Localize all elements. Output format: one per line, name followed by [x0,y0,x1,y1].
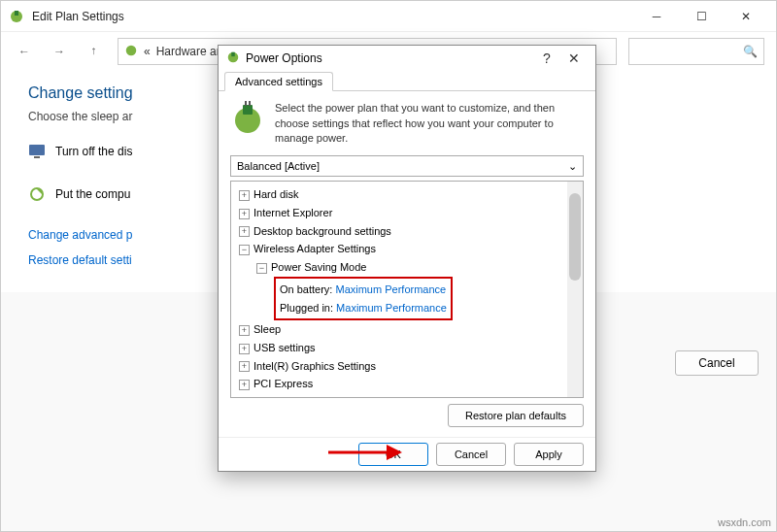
monitor-icon [28,143,46,160]
sleep-icon [28,185,46,203]
row-label: Turn off the dis [55,145,132,158]
on-battery-label: On battery: [280,283,332,295]
search-icon: 🔍 [743,45,758,58]
tree-node-power-saving[interactable]: Power Saving Mode [271,261,366,273]
plugged-in-label: Plugged in: [280,302,333,314]
up-button[interactable]: ← [83,40,106,63]
power-icon [124,44,138,60]
svg-rect-1 [15,11,18,16]
tree-node-wireless[interactable]: Wireless Adapter Settings [253,243,376,254]
svg-rect-4 [34,156,40,158]
power-plan-combo[interactable]: Balanced [Active] ⌄ [230,155,584,177]
tree-node-sleep[interactable]: Sleep [253,323,281,335]
power-icon [9,9,24,24]
forward-button[interactable]: → [48,40,71,63]
tree-node-pci[interactable]: PCI Express [253,378,313,389]
expand-icon[interactable]: + [239,190,250,201]
chevron-icon: « [144,45,151,58]
tree-node-usb[interactable]: USB settings [253,342,316,353]
close-button[interactable]: ✕ [724,1,768,32]
apply-button[interactable]: Apply [514,443,584,466]
svg-rect-11 [249,101,251,106]
help-button[interactable]: ? [533,50,560,66]
dialog-body: Select the power plan that you want to c… [219,91,595,437]
row-label: Put the compu [55,187,130,201]
power-options-dialog: Power Options ? ✕ Advanced settings Sele… [218,45,596,472]
plugged-in-value[interactable]: Maximum Performance [336,302,447,314]
scrollbar-thumb[interactable] [569,193,581,281]
cancel-button[interactable]: Cancel [675,350,759,376]
tree-node-ie[interactable]: Internet Explorer [253,207,332,218]
ok-button[interactable]: OK [358,443,428,466]
maximize-button[interactable]: ☐ [679,1,724,32]
tree-node-desktop-bg[interactable]: Desktop background settings [253,225,391,237]
tab-advanced-settings[interactable]: Advanced settings [224,72,333,91]
tree-node-hard-disk[interactable]: Hard disk [253,188,298,200]
svg-point-2 [126,45,137,55]
chevron-down-icon: ⌄ [568,160,577,173]
collapse-icon[interactable]: − [256,263,267,274]
minimize-button[interactable]: ─ [634,1,679,32]
tree-node-intel-graphics[interactable]: Intel(R) Graphics Settings [253,360,376,372]
tree-scrollbar[interactable] [567,182,583,397]
power-plan-icon [230,101,265,136]
dialog-titlebar: Power Options ? ✕ [219,46,595,71]
collapse-icon[interactable]: − [239,245,250,255]
expand-icon[interactable]: + [239,344,250,354]
dialog-title: Power Options [246,51,322,65]
search-input[interactable]: 🔍 [628,38,764,65]
combo-value: Balanced [Active] [237,160,320,172]
back-button[interactable]: ← [13,40,36,63]
on-battery-value[interactable]: Maximum Performance [335,283,446,295]
expand-icon[interactable]: + [239,325,250,336]
restore-plan-defaults-button[interactable]: Restore plan defaults [448,404,584,427]
expand-icon[interactable]: + [239,361,250,372]
parent-footer: Cancel [667,350,759,376]
expand-icon[interactable]: + [239,380,250,390]
dialog-footer: OK Cancel Apply [219,437,595,471]
svg-rect-3 [29,145,45,155]
expand-icon[interactable]: + [239,226,250,237]
dialog-description: Select the power plan that you want to c… [275,101,584,146]
dialog-close-button[interactable]: ✕ [560,50,588,66]
parent-title: Edit Plan Settings [32,10,634,23]
svg-rect-10 [245,101,247,106]
expand-icon[interactable]: + [239,209,250,219]
parent-titlebar: Edit Plan Settings ─ ☐ ✕ [1,1,776,32]
svg-rect-7 [231,51,235,55]
power-icon [226,50,240,67]
watermark: wsxdn.com [718,516,771,528]
svg-rect-9 [243,105,253,115]
settings-tree[interactable]: +Hard disk +Internet Explorer +Desktop b… [230,181,584,398]
tab-strip: Advanced settings [219,71,595,91]
highlighted-settings: On battery: Maximum Performance Plugged … [274,277,453,320]
cancel-button[interactable]: Cancel [436,443,506,466]
